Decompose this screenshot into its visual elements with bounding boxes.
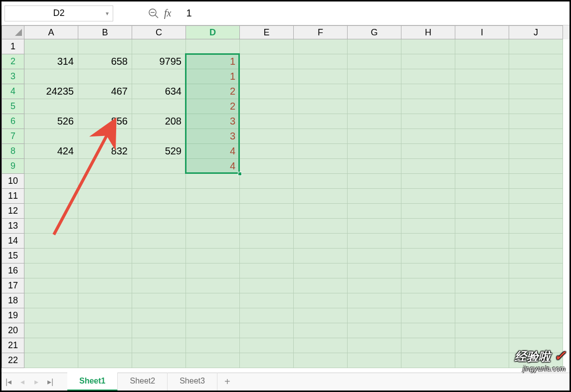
- row-header-5[interactable]: 5: [1, 99, 24, 114]
- column-header-H[interactable]: H: [401, 25, 455, 39]
- cell-D20[interactable]: [186, 323, 240, 338]
- column-header-G[interactable]: G: [348, 25, 401, 39]
- cell-C10[interactable]: [132, 174, 186, 189]
- cell-A9[interactable]: [24, 159, 78, 174]
- cell-E10[interactable]: [240, 174, 294, 189]
- column-header-B[interactable]: B: [78, 25, 132, 39]
- cell-A7[interactable]: [24, 129, 78, 144]
- row-header-18[interactable]: 18: [1, 293, 24, 308]
- cell-I18[interactable]: [455, 293, 509, 308]
- cell-H5[interactable]: [401, 99, 455, 114]
- cell-H14[interactable]: [401, 234, 455, 249]
- grid-body[interactable]: 1231465897951314242354676342526526856208…: [1, 39, 570, 368]
- cell-J13[interactable]: [509, 219, 563, 234]
- name-box-dropdown-icon[interactable]: ▾: [106, 10, 109, 17]
- cell-J4[interactable]: [509, 84, 563, 99]
- cell-F10[interactable]: [294, 174, 348, 189]
- cell-E15[interactable]: [240, 249, 294, 263]
- cell-A11[interactable]: [24, 189, 78, 204]
- cell-H10[interactable]: [401, 174, 455, 189]
- cell-D10[interactable]: [186, 174, 240, 189]
- cell-A6[interactable]: 526: [24, 114, 78, 129]
- cell-F13[interactable]: [294, 219, 348, 234]
- cell-D22[interactable]: [186, 353, 240, 368]
- cell-F12[interactable]: [294, 204, 348, 219]
- cell-J16[interactable]: [509, 263, 563, 278]
- cell-H22[interactable]: [401, 353, 455, 368]
- cell-E3[interactable]: [240, 69, 294, 84]
- row-header-14[interactable]: 14: [1, 234, 24, 249]
- cell-H11[interactable]: [401, 189, 455, 204]
- cell-D11[interactable]: [186, 189, 240, 204]
- cell-E5[interactable]: [240, 99, 294, 114]
- row-header-8[interactable]: 8: [1, 144, 24, 159]
- cell-I6[interactable]: [455, 114, 509, 129]
- cell-H12[interactable]: [401, 204, 455, 219]
- cell-A12[interactable]: [24, 204, 78, 219]
- cell-H3[interactable]: [401, 69, 455, 84]
- cell-D8[interactable]: 4: [186, 144, 240, 159]
- cell-C17[interactable]: [132, 278, 186, 293]
- cell-B10[interactable]: [78, 174, 132, 189]
- cell-E7[interactable]: [240, 129, 294, 144]
- selection-fill-handle[interactable]: [238, 172, 242, 176]
- row-header-11[interactable]: 11: [1, 189, 24, 204]
- cell-B17[interactable]: [78, 278, 132, 293]
- select-all-corner[interactable]: [1, 25, 24, 39]
- cell-A22[interactable]: [24, 353, 78, 368]
- row-header-10[interactable]: 10: [1, 174, 24, 189]
- column-header-D[interactable]: D: [186, 25, 240, 39]
- row-header-13[interactable]: 13: [1, 219, 24, 234]
- row-header-21[interactable]: 21: [1, 338, 24, 353]
- cell-H1[interactable]: [401, 39, 455, 54]
- cell-A15[interactable]: [24, 249, 78, 263]
- cell-F5[interactable]: [294, 99, 348, 114]
- cell-E21[interactable]: [240, 338, 294, 353]
- prev-sheet-button[interactable]: ◂: [15, 375, 29, 389]
- cell-A1[interactable]: [24, 39, 78, 54]
- cell-B6[interactable]: 856: [78, 114, 132, 129]
- cell-I8[interactable]: [455, 144, 509, 159]
- cell-A19[interactable]: [24, 308, 78, 323]
- cell-D7[interactable]: 3: [186, 129, 240, 144]
- row-header-4[interactable]: 4: [1, 84, 24, 99]
- cell-D1[interactable]: [186, 39, 240, 54]
- cell-I1[interactable]: [455, 39, 509, 54]
- cell-I7[interactable]: [455, 129, 509, 144]
- cell-C2[interactable]: 9795: [132, 54, 186, 69]
- cell-C12[interactable]: [132, 204, 186, 219]
- cell-A16[interactable]: [24, 263, 78, 278]
- cell-A3[interactable]: [24, 69, 78, 84]
- cell-C11[interactable]: [132, 189, 186, 204]
- column-header-E[interactable]: E: [240, 25, 294, 39]
- cell-B12[interactable]: [78, 204, 132, 219]
- formula-input[interactable]: [186, 7, 385, 19]
- cell-G17[interactable]: [348, 278, 401, 293]
- cell-J20[interactable]: [509, 323, 563, 338]
- cell-F2[interactable]: [294, 54, 348, 69]
- cell-C22[interactable]: [132, 353, 186, 368]
- fx-label[interactable]: fx: [164, 7, 171, 19]
- cell-B5[interactable]: [78, 99, 132, 114]
- cell-H7[interactable]: [401, 129, 455, 144]
- row-header-16[interactable]: 16: [1, 263, 24, 278]
- cell-G1[interactable]: [348, 39, 401, 54]
- cell-H8[interactable]: [401, 144, 455, 159]
- first-sheet-button[interactable]: |◂: [1, 375, 15, 389]
- cell-J21[interactable]: [509, 338, 563, 353]
- cell-E1[interactable]: [240, 39, 294, 54]
- cell-B22[interactable]: [78, 353, 132, 368]
- column-header-F[interactable]: F: [294, 25, 348, 39]
- cell-B15[interactable]: [78, 249, 132, 263]
- cell-H18[interactable]: [401, 293, 455, 308]
- cell-F17[interactable]: [294, 278, 348, 293]
- cell-D4[interactable]: 2: [186, 84, 240, 99]
- cell-E18[interactable]: [240, 293, 294, 308]
- cell-B21[interactable]: [78, 338, 132, 353]
- cell-J17[interactable]: [509, 278, 563, 293]
- cell-B18[interactable]: [78, 293, 132, 308]
- cell-A2[interactable]: 314: [24, 54, 78, 69]
- cell-D12[interactable]: [186, 204, 240, 219]
- cell-H16[interactable]: [401, 263, 455, 278]
- last-sheet-button[interactable]: ▸|: [43, 375, 57, 389]
